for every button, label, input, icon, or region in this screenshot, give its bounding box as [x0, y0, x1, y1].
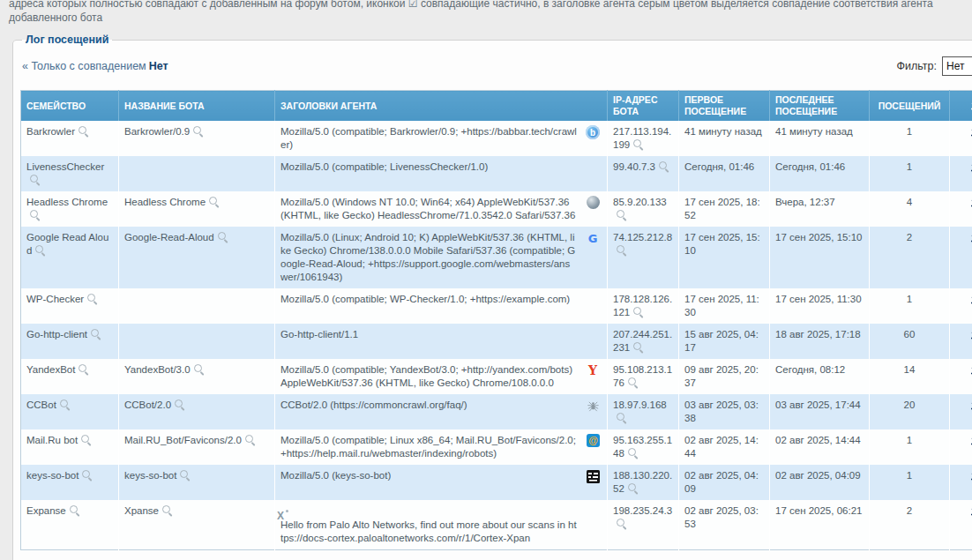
search-icon[interactable]	[162, 505, 173, 516]
search-icon[interactable]	[82, 470, 93, 481]
ip-link[interactable]: 198.235.24.3	[613, 505, 672, 529]
jump-to-log-icon[interactable]	[969, 505, 972, 519]
family-link[interactable]: Go-http-client	[26, 329, 101, 340]
jump-to-log-icon[interactable]	[969, 364, 972, 378]
col-header-ip: IP-АДРЕС БОТА	[608, 91, 679, 122]
first-visit: 41 минуту назад	[679, 121, 770, 156]
search-icon[interactable]	[659, 161, 669, 172]
search-icon[interactable]	[245, 435, 256, 445]
col-header-visits: ПОСЕЩЕНИЙ	[870, 91, 950, 122]
search-icon[interactable]	[628, 377, 639, 388]
col-header-bot-name: НАЗВАНИЕ БОТА	[119, 91, 275, 122]
ip-link[interactable]: 178.128.126.121	[613, 294, 672, 317]
filter-select[interactable]: Нет	[942, 56, 972, 76]
bot-name-link[interactable]: Barkrowler/0.9	[124, 126, 204, 137]
table-row: LivenessChecker Mozilla/5.0 (compatible;…	[21, 156, 972, 191]
family-name: Go-http-client	[26, 329, 87, 340]
search-icon[interactable]	[218, 232, 228, 243]
table-row: Barkrowler Barkrowler/0.9 bMozilla/5.0 (…	[21, 121, 972, 156]
family-name: keys-so-bot	[26, 470, 79, 481]
bot-name-link[interactable]: keys-so-bot	[124, 470, 191, 481]
visit-count: 1	[870, 121, 950, 156]
ip-link[interactable]: 85.9.20.133	[613, 197, 667, 220]
search-icon[interactable]	[617, 413, 627, 423]
family-link[interactable]: Mail.Ru bot	[26, 435, 92, 445]
search-icon[interactable]	[628, 483, 639, 494]
search-icon[interactable]	[35, 245, 46, 256]
only-with-match-link[interactable]: « Только с совпадениемНет	[22, 60, 168, 72]
bot-name-link[interactable]: Xpanse	[124, 505, 173, 516]
search-icon[interactable]	[70, 505, 80, 516]
search-icon[interactable]	[87, 294, 98, 304]
ip-link[interactable]: 95.163.255.148	[613, 435, 672, 459]
bot-name: keys-so-bot	[124, 470, 176, 481]
ip-link[interactable]: 74.125.212.8	[613, 232, 672, 256]
family-link[interactable]: Barkrowler	[26, 126, 89, 137]
first-visit: 17 сен 2025, 11:30	[679, 288, 770, 324]
ip-link[interactable]: 95.108.213.176	[613, 364, 672, 388]
family-link[interactable]: Expanse	[26, 505, 80, 516]
family-link[interactable]: Headless Chrome	[26, 197, 108, 220]
bot-name-link[interactable]: CCBot/2.0	[124, 399, 185, 410]
first-visit: 17 сен 2025, 15:10	[679, 227, 770, 288]
ip-link[interactable]: 217.113.194.199	[613, 126, 671, 150]
family-name: CCBot	[26, 399, 56, 410]
arrow-up-icon	[969, 101, 972, 112]
search-icon[interactable]	[633, 342, 644, 353]
search-icon[interactable]	[628, 448, 639, 459]
search-icon[interactable]	[81, 435, 92, 445]
search-icon[interactable]	[30, 210, 41, 220]
ip-address: 188.130.220.52	[613, 470, 672, 494]
jump-to-log-icon[interactable]	[969, 126, 972, 140]
bot-name-link[interactable]: Headless Chrome	[124, 197, 220, 207]
search-icon[interactable]	[60, 399, 71, 410]
family-link[interactable]: keys-so-bot	[26, 470, 93, 481]
jump-to-log-icon[interactable]	[969, 197, 972, 211]
bot-name-link[interactable]: Mail.RU_Bot/Favicons/2.0	[124, 435, 256, 445]
jump-to-log-icon[interactable]	[969, 435, 972, 449]
bot-name-link[interactable]: YandexBot/3.0	[124, 364, 205, 375]
family-name: Mail.Ru bot	[26, 435, 78, 445]
jump-to-log-icon[interactable]	[969, 294, 972, 308]
jump-to-log-icon[interactable]	[969, 399, 972, 414]
search-icon[interactable]	[79, 126, 89, 137]
agent-string: Go-http-client/1.1	[280, 329, 358, 340]
ip-link[interactable]: 207.244.251.231	[613, 329, 672, 353]
ip-link[interactable]: 188.130.220.52	[613, 470, 672, 494]
ip-address: 99.40.7.3	[613, 161, 655, 172]
family-link[interactable]: LivenessChecker	[26, 161, 104, 185]
search-icon[interactable]	[79, 364, 89, 375]
jump-to-log-icon[interactable]	[969, 470, 972, 484]
bot-name: YandexBot/3.0	[124, 364, 191, 375]
table-row: WP-Checker Mozilla/5.0 (compatible; WP-C…	[21, 288, 972, 324]
bot-name-link[interactable]: Google-Read-Aloud	[124, 232, 228, 243]
jump-to-log-icon[interactable]	[969, 161, 972, 175]
col-header-last-visit: ПОСЛЕДНЕЕ ПОСЕЩЕНИЕ	[770, 91, 870, 122]
family-link[interactable]: YandexBot	[26, 364, 89, 375]
table-row: Expanse Xpanse XHello from Palo Alto Net…	[21, 500, 972, 550]
search-icon[interactable]	[194, 364, 205, 375]
last-visit: 02 авг 2025, 14:44	[770, 429, 870, 465]
jump-to-log-icon[interactable]	[969, 232, 972, 246]
search-icon[interactable]	[617, 519, 627, 529]
search-icon[interactable]	[193, 126, 204, 137]
ip-link[interactable]: 99.40.7.3	[613, 161, 669, 172]
family-link[interactable]: WP-Checker	[26, 294, 98, 304]
chrome-icon	[587, 196, 600, 209]
search-icon[interactable]	[209, 197, 220, 207]
family-link[interactable]: CCBot	[26, 399, 71, 410]
search-icon[interactable]	[617, 210, 627, 220]
jump-to-log-icon[interactable]	[969, 329, 972, 343]
search-icon[interactable]	[633, 307, 644, 317]
search-icon[interactable]	[91, 329, 101, 340]
family-link[interactable]: Google Read Aloud	[26, 232, 108, 256]
family-name: Headless Chrome	[26, 197, 108, 207]
visit-log-panel: Лог посещений « Только с совпадениемНет …	[12, 34, 972, 560]
ip-address: 198.235.24.3	[613, 505, 672, 516]
search-icon[interactable]	[617, 245, 627, 256]
search-icon[interactable]	[30, 175, 41, 185]
search-icon[interactable]	[175, 399, 185, 410]
search-icon[interactable]	[180, 470, 191, 481]
ip-link[interactable]: 18.97.9.168	[613, 399, 667, 423]
search-icon[interactable]	[633, 139, 644, 150]
